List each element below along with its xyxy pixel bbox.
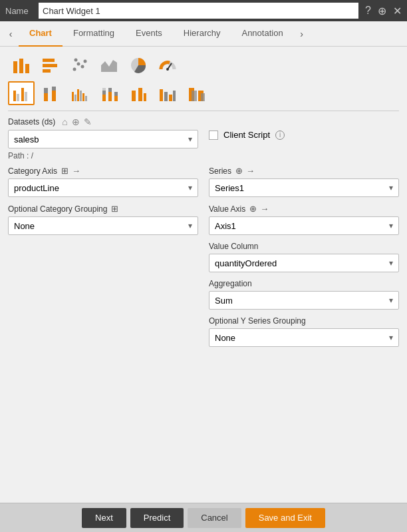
- tab-prev-arrow[interactable]: ‹: [3, 21, 19, 47]
- datasets-icons: ⌂ ⊕ ✎: [62, 117, 91, 127]
- datasets-add-icon[interactable]: ⊕: [72, 117, 80, 127]
- scatter-icon-btn[interactable]: [67, 53, 93, 77]
- svg-rect-18: [25, 92, 27, 101]
- value-axis-arrow-icon[interactable]: →: [260, 204, 269, 214]
- optional-category-grouping-icons: ⊞: [111, 204, 118, 214]
- datasets-home-icon[interactable]: ⌂: [62, 117, 67, 127]
- optional-y-series-grouping-label: Optional Y Series Grouping: [209, 316, 399, 326]
- category-axis-group: Category Axis ⊞ → productLine ▾: [8, 166, 198, 197]
- svg-point-6: [73, 68, 76, 71]
- category-axis-network-icon[interactable]: ⊞: [61, 166, 68, 176]
- svg-rect-46: [201, 93, 205, 101]
- svg-rect-34: [114, 96, 118, 101]
- bar-horizontal-icon-btn[interactable]: [37, 53, 64, 77]
- svg-marker-11: [101, 60, 117, 72]
- tab-chart[interactable]: Chart: [19, 21, 63, 47]
- client-script-row: Client Script i: [209, 130, 399, 140]
- tab-events[interactable]: Events: [125, 21, 173, 47]
- value-axis-add-icon[interactable]: ⊕: [249, 204, 257, 214]
- bar-grouped-icon-btn[interactable]: [8, 81, 35, 105]
- client-script-info-icon[interactable]: i: [275, 131, 285, 140]
- client-script-checkbox[interactable]: [209, 131, 218, 140]
- bar-stacked2-icon-btn[interactable]: [96, 81, 122, 105]
- svg-rect-31: [102, 88, 106, 91]
- svg-rect-2: [25, 64, 29, 73]
- series-arrow-icon[interactable]: →: [246, 166, 255, 176]
- svg-rect-42: [173, 91, 176, 101]
- svg-rect-25: [77, 89, 79, 101]
- help-icon[interactable]: ?: [365, 5, 371, 17]
- next-button[interactable]: Next: [82, 508, 126, 528]
- svg-rect-32: [108, 92, 112, 101]
- tab-hierarchy[interactable]: Hierarchy: [173, 21, 231, 47]
- datasets-dropdown[interactable]: salesb ▾: [8, 130, 198, 148]
- tabs-bar: ‹ Chart Formatting Events Hierarchy Anno…: [0, 21, 407, 47]
- value-column-group: Value Column quantityOrdered ▾: [209, 242, 399, 272]
- area-icon-btn[interactable]: [96, 53, 122, 77]
- svg-rect-23: [72, 92, 74, 101]
- client-script-label: Client Script: [223, 130, 270, 140]
- bar-stacked-icon-btn[interactable]: [37, 81, 64, 105]
- optional-y-series-grouping-group: Optional Y Series Grouping None ▾: [209, 316, 399, 347]
- svg-rect-15: [13, 91, 16, 101]
- series-dropdown[interactable]: Series1 ▾: [209, 178, 399, 197]
- svg-point-7: [77, 63, 80, 66]
- optional-y-series-grouping-chevron: ▾: [389, 333, 393, 342]
- value-axis-dropdown[interactable]: Axis1 ▾: [209, 216, 399, 235]
- cancel-button[interactable]: Cancel: [188, 508, 241, 528]
- datasets-dropdown-chevron: ▾: [188, 134, 192, 144]
- svg-rect-33: [108, 88, 112, 92]
- gauge-icon-btn[interactable]: [154, 53, 181, 77]
- value-axis-group: Value Axis ⊕ → Axis1 ▾: [209, 204, 399, 235]
- optional-category-grouping-dropdown[interactable]: None ▾: [8, 216, 198, 235]
- optional-category-network-icon[interactable]: ⊞: [111, 204, 118, 214]
- svg-rect-17: [21, 88, 24, 101]
- tab-formatting[interactable]: Formatting: [63, 21, 125, 47]
- value-axis-chevron: ▾: [389, 221, 393, 230]
- category-axis-arrow-icon[interactable]: →: [72, 166, 80, 176]
- datasets-label: Datasets (ds) ⌂ ⊕ ✎: [8, 117, 399, 127]
- predict-button[interactable]: Predict: [130, 508, 184, 528]
- svg-rect-28: [85, 96, 87, 101]
- value-column-chevron: ▾: [389, 258, 393, 268]
- aggregation-dropdown[interactable]: Sum ▾: [209, 291, 399, 310]
- series-add-icon[interactable]: ⊕: [235, 166, 243, 176]
- chart-type-row1: [8, 53, 399, 77]
- series-group: Series ⊕ → Series1 ▾: [209, 166, 399, 197]
- bar-single-icon-btn[interactable]: [125, 81, 152, 105]
- bar-grouped2-icon-btn[interactable]: [67, 81, 93, 105]
- svg-rect-20: [44, 88, 48, 93]
- category-axis-chevron: ▾: [188, 183, 192, 192]
- save-exit-button[interactable]: Save and Exit: [245, 508, 325, 528]
- optional-y-series-grouping-dropdown[interactable]: None ▾: [209, 328, 399, 347]
- series-icons: ⊕ →: [235, 166, 255, 176]
- svg-rect-21: [52, 91, 56, 101]
- close-icon[interactable]: ✕: [393, 5, 402, 17]
- tab-next-arrow[interactable]: ›: [294, 21, 310, 47]
- bar-overlay-icon-btn[interactable]: [184, 81, 210, 105]
- optional-category-grouping-chevron: ▾: [188, 221, 192, 230]
- header-icons: ? ⊕ ✕: [365, 5, 402, 17]
- optional-category-grouping-label: Optional Category Grouping ⊞: [8, 204, 198, 214]
- title-input[interactable]: [39, 3, 358, 19]
- axis-settings: Category Axis ⊞ → productLine ▾ Optional…: [8, 166, 399, 354]
- svg-rect-1: [19, 59, 23, 73]
- move-icon[interactable]: ⊕: [378, 5, 386, 17]
- pie-icon-btn[interactable]: [125, 53, 152, 77]
- bar-multi-icon-btn[interactable]: [154, 81, 181, 105]
- svg-rect-3: [43, 59, 55, 62]
- value-axis-label: Value Axis ⊕ →: [209, 204, 399, 214]
- bar-icon-btn[interactable]: [8, 53, 35, 77]
- svg-rect-41: [169, 95, 172, 101]
- datasets-edit-icon[interactable]: ✎: [84, 117, 92, 127]
- left-column: Category Axis ⊞ → productLine ▾ Optional…: [8, 166, 198, 354]
- svg-rect-38: [144, 93, 146, 101]
- category-axis-dropdown[interactable]: productLine ▾: [8, 178, 198, 197]
- chart-type-row2: [8, 81, 399, 105]
- svg-rect-22: [52, 87, 56, 91]
- category-axis-icons: ⊞ →: [61, 166, 80, 176]
- series-chevron: ▾: [389, 183, 393, 192]
- tab-annotation[interactable]: Annotation: [231, 21, 293, 47]
- value-column-dropdown[interactable]: quantityOrdered ▾: [209, 254, 399, 272]
- svg-rect-30: [102, 91, 106, 95]
